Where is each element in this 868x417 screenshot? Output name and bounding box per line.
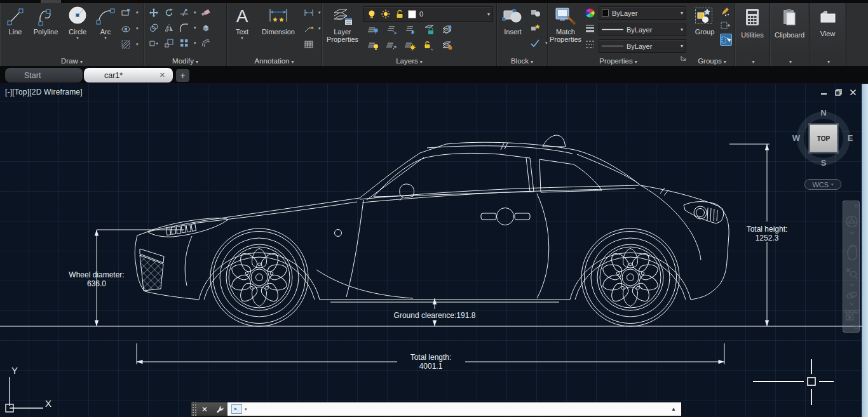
restore-icon[interactable] [833,89,843,96]
leader-tool[interactable]: ▾ [303,22,321,36]
layer-lock-icon[interactable] [423,25,434,36]
viewport-controls-label[interactable]: [-][Top][2D Wireframe] [5,88,83,96]
fillet-icon[interactable] [179,23,189,34]
polyline-button[interactable]: Polyline [29,5,62,36]
array-icon[interactable] [179,38,189,49]
command-close-button[interactable]: ✕ [197,402,212,416]
scale-icon[interactable] [163,38,174,49]
modify-panel-title[interactable]: Modify▾ [144,57,226,65]
array-caret[interactable]: ▾ [194,41,196,46]
tab-drawing-car1[interactable]: car1* ✕ [84,68,173,83]
command-prompt-caret[interactable]: ▾ [245,407,247,412]
new-tab-button[interactable]: + [176,69,189,82]
trim-caret[interactable]: ▾ [194,10,196,15]
command-input[interactable] [250,404,669,414]
circle-button[interactable]: Circle ▾ [64,5,92,41]
layer-properties-button[interactable]: Layer Properties [325,5,360,43]
linetype-caret[interactable]: ▾ [681,43,683,49]
layer-freeze-icon[interactable] [405,25,416,36]
dimension-button[interactable]: Dimension [256,5,301,36]
clipboard-panel-caret[interactable]: ▾ [770,57,809,65]
lineweight-combo[interactable]: ByLayer ▾ [599,23,686,36]
command-bar-drag-handle[interactable] [191,402,197,416]
zoom-icon[interactable] [846,268,858,279]
minimize-icon[interactable] [818,89,829,96]
tab-start[interactable]: Start [5,68,83,83]
utilities-button[interactable]: Utilities [736,3,769,55]
layer-combo-caret[interactable]: ▾ [487,11,490,17]
viewcube-north[interactable]: N [814,108,833,117]
linetype-icon[interactable] [585,39,595,53]
lineweight-icon[interactable] [585,23,595,37]
viewcube-east[interactable]: E [841,133,860,143]
copy-icon[interactable] [148,23,159,34]
layers-panel-title[interactable]: Layers▾ [322,57,496,65]
hatch-tool[interactable]: ▾ [121,37,139,51]
ungroup-tool[interactable] [720,6,731,19]
manage-attributes-caret[interactable]: ▾ [545,41,548,46]
vertical-scrollbar[interactable] [862,84,868,417]
table-tool[interactable] [303,37,314,51]
fillet-caret[interactable]: ▾ [194,25,196,30]
rotate-icon[interactable] [163,8,174,18]
object-color-caret[interactable]: ▾ [681,10,683,16]
mirror-icon[interactable] [163,23,174,34]
utilities-panel-caret[interactable]: ▾ [735,57,770,65]
layer-on-icon[interactable] [368,41,379,51]
command-input-area[interactable]: >_ ▾ ▲ [227,402,681,416]
viewcube-south[interactable]: S [814,158,833,168]
layer-walk-icon[interactable] [442,41,452,51]
block-panel-title[interactable]: Block▾ [497,57,547,65]
view-button[interactable]: View [810,3,845,55]
stretch-icon[interactable] [148,38,159,49]
linetype-combo[interactable]: ByLayer ▾ [599,39,686,53]
linear-dimension-caret[interactable]: ▾ [318,10,321,15]
command-history-toggle[interactable]: ▲ [671,406,676,412]
view-panel-caret[interactable]: ▾ [810,57,846,65]
viewcube-west[interactable]: W [787,133,806,143]
wcs-menu[interactable]: WCS▾ [804,179,841,190]
erase-icon[interactable] [201,8,212,18]
color-wheel-icon[interactable] [585,8,595,21]
lineweight-caret[interactable]: ▾ [681,27,683,32]
layer-unlock-tool-icon[interactable] [423,41,434,51]
trim-icon[interactable] [179,8,189,18]
groups-panel-title[interactable]: Groups▾ [689,57,735,65]
group-edit-tool[interactable] [720,20,731,33]
layer-previous-icon[interactable] [386,41,397,51]
linear-dimension-tool[interactable]: ▾ [303,6,321,20]
tab-close-icon[interactable]: ✕ [159,71,165,79]
group-button[interactable]: Group [691,5,719,36]
insert-button[interactable]: Insert [498,5,527,36]
layer-thaw-icon[interactable] [405,41,416,51]
layer-states-icon[interactable] [442,25,452,36]
properties-panel-title[interactable]: Properties▾ [548,57,689,65]
rectangle-caret[interactable]: ▾ [136,10,139,15]
leader-caret[interactable]: ▾ [318,26,321,31]
explode-icon[interactable] [201,23,212,34]
annotation-panel-title[interactable]: Annotation▾ [227,57,322,65]
arc-flyout-caret[interactable]: ▾ [93,36,118,41]
match-properties-button[interactable]: Match Properties [549,5,582,43]
text-caret[interactable]: ▾ [229,36,255,41]
arc-button[interactable]: Arc ▾ [93,5,118,41]
group-selection-toggle[interactable] [720,34,732,46]
drawing-canvas[interactable]: Y X Wheel diameter: 636.0 Total height: … [0,84,868,417]
layer-pin-icon[interactable] [368,25,379,36]
layer-select-combo[interactable]: 0 ▾ [363,6,493,22]
pan-hand-icon[interactable] [848,245,857,260]
command-customize-button[interactable] [212,402,227,416]
rectangle-tool[interactable]: ▾ [121,6,139,20]
line-button[interactable]: Line [1,5,29,36]
define-attributes-tool[interactable] [530,21,541,35]
showmotion-icon[interactable] [846,310,858,320]
orbit-icon[interactable] [846,291,858,300]
layer-match-icon[interactable] [386,25,397,36]
ellipse-tool[interactable]: ▾ [121,22,139,36]
manage-attributes-tool[interactable]: ▾ [530,36,548,50]
draw-panel-title[interactable]: Draw▾ [0,57,144,65]
circle-flyout-caret[interactable]: ▾ [64,36,92,41]
move-icon[interactable] [148,8,159,18]
hatch-caret[interactable]: ▾ [136,42,139,47]
object-color-combo[interactable]: ByLayer ▾ [599,6,686,20]
